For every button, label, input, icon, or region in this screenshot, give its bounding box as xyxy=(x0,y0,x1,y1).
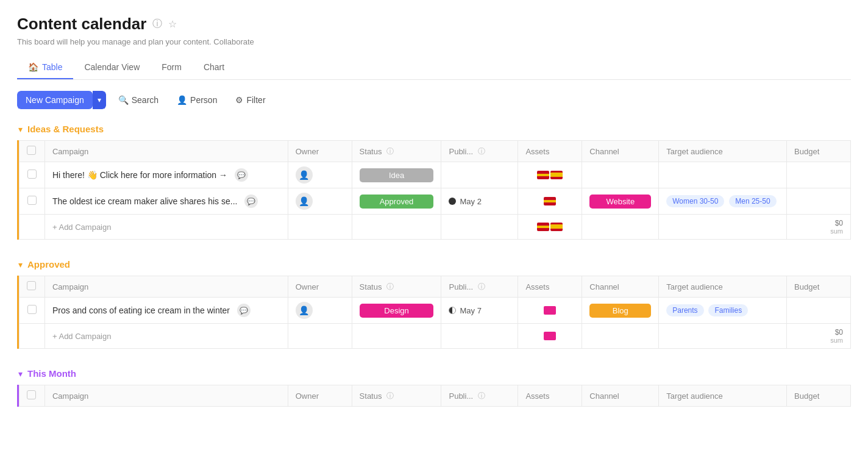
row-status[interactable]: Idea xyxy=(352,162,441,188)
owner-avatar: 👤 xyxy=(296,166,313,184)
select-all-ideas[interactable] xyxy=(27,146,36,155)
row-budget xyxy=(787,162,851,188)
row-owner: 👤 xyxy=(288,162,352,188)
row-target: Women 30-50 Men 25-50 xyxy=(659,188,787,215)
row-publi xyxy=(441,162,518,188)
comment-avatar: 💬 xyxy=(244,195,258,208)
tag-families[interactable]: Families xyxy=(708,304,748,316)
section-this-month-toggle[interactable]: ▾ xyxy=(18,369,23,379)
flag-spain-3 xyxy=(544,197,556,205)
row-checkbox[interactable] xyxy=(27,305,37,314)
tabs-bar: 🏠 Table Calendar View Form Chart xyxy=(17,56,851,80)
table-tab-icon: 🏠 xyxy=(28,62,38,72)
flag-spain-4 xyxy=(537,223,549,231)
flag-spain-1 xyxy=(537,171,549,179)
section-approved-title: Approved xyxy=(27,259,70,270)
row-status[interactable]: Approved xyxy=(352,188,441,215)
row-target: Parents Families xyxy=(659,298,787,324)
add-campaign-row: + Add Campaign xyxy=(20,215,851,240)
th-check-approved xyxy=(20,276,45,298)
page-title: Content calendar xyxy=(17,15,146,34)
channel-badge-blog: Blog xyxy=(589,304,651,318)
row-target xyxy=(659,162,787,188)
comment-avatar: 💬 xyxy=(235,168,248,182)
status-badge-design: Design xyxy=(360,304,434,318)
row-checkbox[interactable] xyxy=(27,196,37,205)
th-assets-month: Assets xyxy=(518,385,582,407)
tag-men[interactable]: Men 25-50 xyxy=(729,195,776,207)
filter-button[interactable]: ⚙ Filter xyxy=(229,91,271,109)
row-channel[interactable]: Website xyxy=(582,188,659,215)
row-assets xyxy=(518,188,582,215)
channel-badge-website: Website xyxy=(589,195,651,209)
tab-form[interactable]: Form xyxy=(151,56,193,79)
tag-parents[interactable]: Parents xyxy=(666,304,703,316)
row-owner: 👤 xyxy=(288,298,352,324)
th-owner-ideas: Owner xyxy=(288,141,352,162)
owner-avatar: 👤 xyxy=(296,193,313,210)
status-info-icon2: ⓘ xyxy=(386,282,394,292)
section-ideas-toggle[interactable]: ▾ xyxy=(18,124,23,134)
section-approved: ▾ Approved Campaign Owner Statusⓘ Publi.… xyxy=(17,259,851,349)
row-status[interactable]: Design xyxy=(352,298,441,324)
row-channel[interactable]: Blog xyxy=(582,298,659,324)
star-icon[interactable]: ☆ xyxy=(168,18,177,30)
tab-calendar[interactable]: Calendar View xyxy=(73,56,151,79)
th-budget-ideas: Budget xyxy=(787,141,851,162)
table-row: Pros and cons of eating ice cream in the… xyxy=(20,298,851,324)
th-campaign-month: Campaign xyxy=(44,385,288,407)
th-target-ideas: Target audience xyxy=(659,141,787,162)
th-channel-ideas: Channel xyxy=(582,141,659,162)
th-publi-approved: Publi...ⓘ xyxy=(441,276,518,298)
tab-chart[interactable]: Chart xyxy=(193,56,235,79)
row-campaign: Pros and cons of eating ice cream in the… xyxy=(44,298,288,324)
search-button[interactable]: 🔍 Search xyxy=(112,91,165,109)
page-container: Content calendar ⓘ ☆ This board will hel… xyxy=(0,0,868,441)
row-channel xyxy=(582,162,659,188)
row-owner: 👤 xyxy=(288,188,352,215)
budget-sum-approved: $0 sum xyxy=(787,324,851,349)
asset-icon2 xyxy=(544,332,556,340)
th-assets-ideas: Assets xyxy=(518,141,582,162)
th-status-approved: Statusⓘ xyxy=(352,276,441,298)
th-publi-ideas: Publi... ⓘ xyxy=(441,141,518,162)
flag-spain-5 xyxy=(550,223,563,231)
publi-info-icon3: ⓘ xyxy=(478,391,485,401)
search-icon: 🔍 xyxy=(118,95,129,105)
filter-icon: ⚙ xyxy=(235,95,243,105)
publi-info-icon2: ⓘ xyxy=(478,282,485,292)
add-campaign-approved[interactable]: + Add Campaign xyxy=(52,332,111,341)
th-budget-month: Budget xyxy=(787,385,851,407)
th-budget-approved: Budget xyxy=(787,276,851,298)
section-approved-toggle[interactable]: ▾ xyxy=(18,260,23,270)
info-icon[interactable]: ⓘ xyxy=(152,18,162,30)
th-check-month xyxy=(20,385,45,407)
section-ideas-body: Campaign Owner Status ⓘ xyxy=(17,140,851,240)
pub-dot-half xyxy=(449,307,456,314)
select-all-month[interactable] xyxy=(27,390,36,399)
flag-group-add xyxy=(525,223,574,231)
select-all-approved[interactable] xyxy=(27,281,36,290)
row-checkbox[interactable] xyxy=(27,170,37,179)
status-badge-idea: Idea xyxy=(360,168,434,182)
tag-women[interactable]: Women 30-50 xyxy=(666,195,724,207)
add-campaign-ideas[interactable]: + Add Campaign xyxy=(52,223,111,232)
section-this-month-title: This Month xyxy=(27,368,76,379)
owner-avatar: 👤 xyxy=(296,302,313,319)
row-campaign: Hi there! 👋 Click here for more informat… xyxy=(44,162,288,188)
th-target-approved: Target audience xyxy=(659,276,787,298)
person-icon: 👤 xyxy=(177,95,187,105)
th-campaign-ideas: Campaign xyxy=(44,141,288,162)
table-row: Hi there! 👋 Click here for more informat… xyxy=(20,162,851,188)
tab-table[interactable]: 🏠 Table xyxy=(17,56,73,79)
person-button[interactable]: 👤 Person xyxy=(171,91,223,109)
th-owner-month: Owner xyxy=(288,385,352,407)
new-campaign-button[interactable]: New Campaign xyxy=(17,91,93,109)
approved-table: Campaign Owner Statusⓘ Publi...ⓘ Assets … xyxy=(19,276,851,349)
th-campaign-approved: Campaign xyxy=(44,276,288,298)
comment-avatar: 💬 xyxy=(237,304,251,317)
section-approved-body: Campaign Owner Statusⓘ Publi...ⓘ Assets … xyxy=(17,276,851,349)
row-publi: May 2 xyxy=(441,188,518,215)
th-channel-month: Channel xyxy=(582,385,659,407)
new-campaign-dropdown-button[interactable]: ▾ xyxy=(93,91,106,109)
